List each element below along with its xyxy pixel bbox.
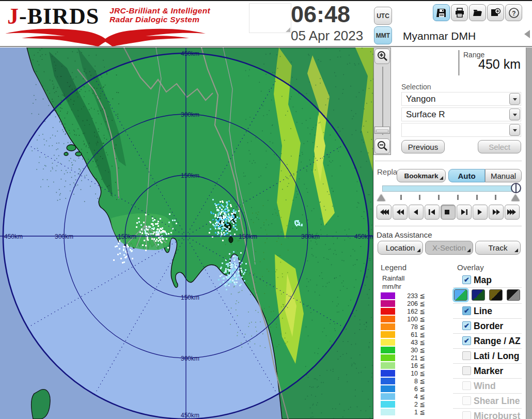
rew1-button[interactable]	[409, 205, 424, 220]
extra-dropdown[interactable]	[401, 123, 521, 137]
step-back-button[interactable]	[425, 205, 440, 220]
slider-tick	[476, 195, 478, 200]
auto-button[interactable]: Auto	[448, 169, 485, 182]
select-button[interactable]: Select	[478, 140, 521, 153]
help-button[interactable]: ?	[505, 4, 522, 21]
save-button[interactable]	[433, 4, 450, 21]
overlay-item-range-az[interactable]: ✔Range / AZ	[453, 335, 522, 350]
legend-value: 233 ≦	[396, 292, 425, 300]
play-button[interactable]	[473, 205, 488, 220]
rew2-button[interactable]	[393, 205, 408, 220]
station-logo-box[interactable]	[249, 3, 291, 33]
chevron-down-icon[interactable]	[509, 93, 520, 105]
x-section-button[interactable]: X-Section	[425, 241, 473, 255]
slider-end-marker[interactable]	[511, 194, 520, 201]
panel-collapse-icon[interactable]	[524, 30, 530, 38]
overlay-item-marker[interactable]: Marker	[453, 365, 522, 380]
mmt-button[interactable]: MMT	[374, 26, 392, 44]
zoom-slider-thumb[interactable]	[374, 127, 390, 134]
track-button[interactable]: Track	[475, 241, 521, 255]
previous-button[interactable]: Previous	[401, 140, 445, 153]
line-checkbox[interactable]: ✔	[462, 306, 471, 315]
legend-title: Legend	[381, 263, 406, 272]
replay-slider-thumb[interactable]	[511, 183, 521, 193]
slider-tick	[495, 195, 496, 200]
range-az-label: Range / AZ	[474, 336, 521, 347]
folder-icon	[473, 8, 483, 18]
overlay-separator	[453, 303, 522, 304]
legend-value: 16 ≦	[396, 362, 425, 369]
fwd3-button[interactable]	[505, 205, 520, 220]
vertical-scrollbar[interactable]	[526, 48, 532, 419]
overlay-item-microburst[interactable]: Microburst	[453, 410, 522, 419]
play-icon	[474, 207, 487, 217]
site-dropdown-value: Yangon	[406, 94, 435, 104]
map-style-swatch-4[interactable]	[507, 289, 520, 301]
open-folder-button[interactable]	[469, 4, 486, 21]
overlay-separator	[453, 378, 522, 379]
slider-tick	[400, 195, 402, 200]
replay-slider-track[interactable]	[382, 185, 521, 192]
step-fwd-button[interactable]	[457, 205, 472, 220]
map-label: Map	[474, 275, 492, 286]
manual-button[interactable]: Manual	[485, 169, 522, 182]
fwd2-button[interactable]	[489, 205, 504, 220]
svg-text:450km: 450km	[181, 412, 199, 419]
svg-text:?: ?	[512, 9, 515, 17]
location-button[interactable]: Location	[378, 241, 423, 255]
range-az-checkbox[interactable]: ✔	[462, 336, 471, 345]
overlay-item-wind[interactable]: Wind	[453, 380, 522, 395]
product-dropdown[interactable]: Surface R	[401, 107, 521, 121]
svg-text:450km: 450km	[354, 233, 373, 240]
bookmark-button[interactable]: Bookmark	[397, 169, 446, 182]
zoom-out-button[interactable]	[374, 138, 390, 154]
slider-tick	[419, 195, 420, 200]
legend-units: mm/hr	[382, 283, 401, 290]
marker-checkbox[interactable]	[462, 366, 471, 375]
step-fwd-icon	[458, 207, 471, 217]
step-back-icon	[426, 207, 439, 217]
fwd2-icon	[490, 207, 503, 217]
utc-button[interactable]: UTC	[374, 7, 392, 25]
print-button[interactable]	[451, 4, 468, 21]
selection-label: Selection	[401, 83, 431, 91]
range-value: 450 km	[438, 57, 521, 72]
clock-time: 06:48	[291, 1, 373, 28]
slider-start-marker[interactable]	[377, 194, 385, 201]
rew3-button[interactable]	[377, 205, 392, 220]
lati-long-checkbox[interactable]	[462, 351, 471, 360]
overlay-separator	[453, 393, 522, 394]
legend-color-swatch	[381, 393, 395, 400]
zoom-slider-track[interactable]	[382, 67, 383, 135]
map-style-swatch-2[interactable]	[472, 289, 485, 301]
map-style-swatch-1[interactable]	[454, 289, 467, 301]
map-checkbox[interactable]: ✔	[462, 275, 471, 284]
overlay-item-map[interactable]: ✔Map	[453, 274, 522, 289]
station-title: Myanmar DMH	[403, 30, 476, 42]
marker-label: Marker	[474, 366, 503, 377]
stop-button[interactable]	[441, 205, 456, 220]
chevron-down-icon[interactable]	[509, 124, 520, 136]
legend-color-swatch	[381, 378, 395, 384]
svg-text:300km: 300km	[181, 111, 199, 118]
data-assistance-label: Data Assistance	[377, 230, 432, 239]
radar-map[interactable]: 450km300km150km150km300km450km450km300km…	[0, 48, 373, 419]
legend-color-swatch	[381, 409, 395, 415]
chevron-down-icon[interactable]	[509, 108, 520, 120]
site-dropdown[interactable]: Yangon	[401, 92, 521, 106]
overlay-item-lati-long[interactable]: Lati / Long	[453, 350, 522, 365]
overlay-item-line[interactable]: ✔Line	[453, 305, 522, 320]
legend-value: 8 ≦	[396, 377, 425, 385]
overlay-item-border[interactable]: ✔Border	[453, 320, 522, 335]
radar-map-canvas[interactable]: 450km300km150km150km300km450km450km300km…	[0, 48, 373, 419]
map-style-swatch-3[interactable]	[489, 289, 503, 301]
product-dropdown-value: Surface R	[406, 110, 445, 120]
overlay-separator	[453, 333, 522, 334]
zoom-in-button[interactable]	[374, 49, 390, 64]
overlay-item-shear-line[interactable]: Shear Line	[453, 395, 522, 410]
svg-text:450km: 450km	[4, 233, 23, 240]
border-checkbox[interactable]: ✔	[462, 321, 471, 330]
resize-corner-icon	[286, 27, 290, 32]
slider-tick	[438, 195, 440, 200]
capture-image-button[interactable]	[487, 4, 504, 21]
